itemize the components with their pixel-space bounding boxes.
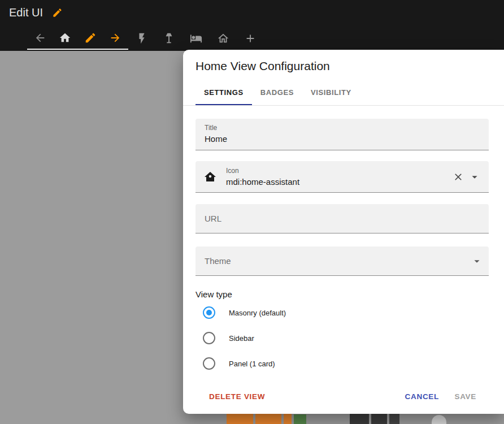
view-tab-floor-lamp-icon[interactable] (155, 27, 183, 50)
radio-sidebar[interactable]: Sidebar (203, 332, 254, 344)
view-tabs (128, 27, 264, 50)
arrow-right-icon[interactable] (109, 32, 121, 44)
view-tab-home-outline-icon[interactable] (210, 27, 237, 50)
app-header: Edit UI (0, 0, 504, 51)
background-card-thumbnail (389, 414, 399, 424)
view-type-heading: View type (195, 289, 232, 299)
dropdown-caret-icon[interactable] (468, 171, 481, 183)
tabs-divider (183, 105, 504, 106)
dropdown-caret-icon[interactable] (471, 255, 483, 267)
theme-select[interactable]: Theme (195, 246, 489, 276)
view-tab-bed-icon[interactable] (183, 27, 210, 50)
icon-field-label: Icon (226, 167, 453, 175)
icon-field[interactable]: Icon mdi:home-assistant (195, 161, 489, 193)
view-tab-flash-icon[interactable] (128, 27, 155, 50)
home-assistant-icon (203, 170, 217, 184)
background-card-thumbnail (432, 415, 446, 424)
title-field[interactable]: Title Home (195, 119, 489, 150)
radio-panel-label: Panel (1 card) (229, 360, 275, 368)
url-field[interactable]: URL (195, 204, 489, 233)
page-title: Edit UI (9, 4, 43, 21)
icon-field-trailing (453, 171, 481, 183)
radio-panel[interactable]: Panel (1 card) (203, 357, 275, 370)
tab-visibility[interactable]: VISIBILITY (302, 79, 360, 105)
background-card-thumbnail (227, 414, 253, 424)
title-field-value: Home (205, 134, 480, 144)
radio-masonry-label: Masonry (default) (229, 309, 286, 317)
radio-unselected-icon[interactable] (203, 357, 215, 370)
background-card-thumbnail (371, 414, 387, 424)
background-card-thumbnail (284, 414, 292, 424)
active-view-tab[interactable] (27, 27, 128, 50)
title-field-label: Title (205, 124, 480, 132)
save-button[interactable]: SAVE (451, 392, 480, 401)
header-title-row: Edit UI (9, 4, 63, 21)
add-view-plus-icon[interactable] (237, 27, 264, 50)
clear-icon[interactable] (453, 171, 464, 183)
radio-masonry[interactable]: Masonry (default) (203, 306, 286, 319)
cancel-button[interactable]: CANCEL (402, 392, 442, 401)
arrow-left-icon[interactable] (34, 32, 46, 44)
dialog-tabs: SETTINGS BADGES VISIBILITY (195, 79, 360, 105)
background-card-thumbnail (294, 414, 306, 424)
delete-view-button[interactable]: DELETE VIEW (206, 392, 268, 401)
pencil-icon[interactable] (84, 32, 97, 44)
edit-title-pencil-icon[interactable] (52, 7, 63, 18)
dialog-title: Home View Configuration (195, 59, 330, 73)
url-field-label: URL (205, 214, 221, 223)
radio-sidebar-label: Sidebar (229, 334, 254, 343)
icon-field-text: Icon mdi:home-assistant (226, 167, 453, 187)
radio-unselected-icon[interactable] (203, 332, 215, 344)
tab-badges[interactable]: BADGES (252, 79, 302, 105)
home-icon (59, 32, 71, 44)
radio-selected-icon[interactable] (203, 306, 215, 319)
theme-field-label: Theme (205, 256, 231, 266)
background-card-thumbnail (255, 414, 281, 424)
background-card-thumbnail (350, 414, 369, 424)
tab-settings[interactable]: SETTINGS (195, 79, 252, 105)
home-view-configuration-dialog: Home View Configuration SETTINGS BADGES … (183, 50, 504, 414)
icon-field-value: mdi:home-assistant (226, 177, 453, 187)
